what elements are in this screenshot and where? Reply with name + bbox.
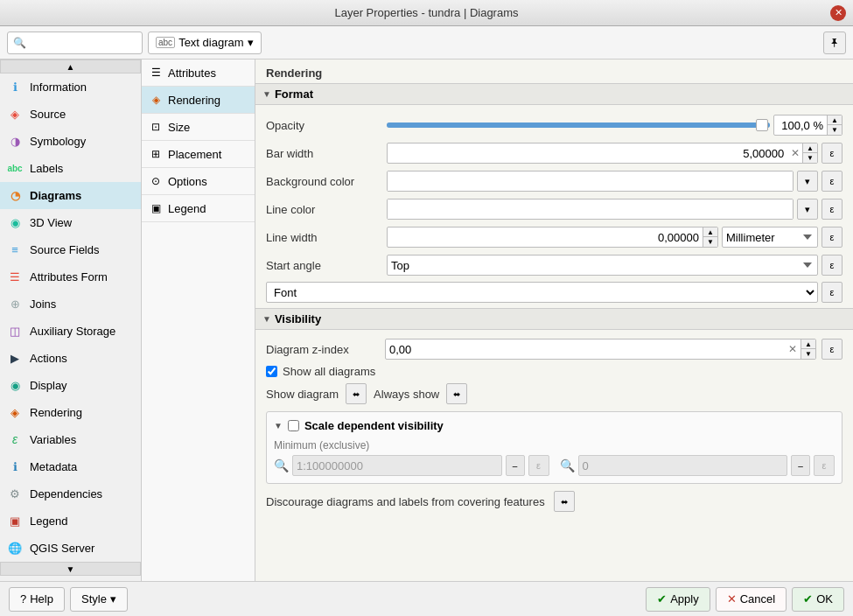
sub-item-size[interactable]: ⊡ Size — [142, 114, 255, 141]
alwaysshow-expr-btn[interactable]: ⬌ — [446, 383, 467, 404]
sidebar-label-auxstorage: Auxiliary Storage — [30, 325, 115, 338]
opacity-spin-down[interactable]: ▼ — [828, 125, 842, 135]
sidebar-label-sourcefields: Source Fields — [30, 243, 99, 256]
diagram-type-label: Text diagram — [178, 36, 243, 49]
startangle-label: Start angle — [266, 259, 380, 272]
help-button[interactable]: ? Help — [9, 587, 65, 612]
sub-item-placement[interactable]: ⊞ Placement — [142, 141, 255, 168]
close-button[interactable]: ✕ — [830, 5, 846, 21]
linewidth-row: Line width ▲ ▼ Millimeter Pixel — [266, 226, 843, 248]
linewidth-spin-up[interactable]: ▲ — [703, 228, 717, 237]
sidebar-item-symbology[interactable]: ◑ Symbology — [0, 128, 141, 155]
apply-label: Apply — [670, 592, 699, 606]
sidebar-scroll-up[interactable]: ▲ — [0, 60, 141, 74]
zindex-clear-btn[interactable]: ✕ — [785, 341, 801, 357]
search-box[interactable]: 🔍 — [7, 32, 143, 54]
showalldiagrams-checkbox[interactable] — [266, 366, 277, 377]
sidebar-item-auxstorage[interactable]: ◫ Auxiliary Storage — [0, 318, 141, 345]
sidebar-item-attrform[interactable]: ☰ Attributes Form — [0, 263, 141, 290]
sidebar-item-information[interactable]: ℹ Information — [0, 74, 141, 101]
showdiagram-expr-btn[interactable]: ⬌ — [346, 383, 367, 404]
opacity-slider-fill — [387, 122, 770, 128]
sub-item-legend[interactable]: ▣ Legend — [142, 195, 255, 222]
sidebar-item-labels[interactable]: abc Labels — [0, 155, 141, 182]
startangle-expr-btn[interactable]: ε — [822, 255, 843, 276]
format-section-header[interactable]: ▼ Format — [255, 83, 853, 105]
barwidth-expr-btn[interactable]: ε — [822, 143, 843, 164]
opacity-slider-track[interactable] — [387, 122, 770, 128]
bgcolor-dropdown-btn[interactable]: ▾ — [797, 171, 818, 192]
opacity-value[interactable] — [774, 117, 827, 134]
sub-item-attributes[interactable]: ☰ Attributes — [142, 60, 255, 87]
format-form: Opacity ▲ ▼ — [255, 110, 853, 280]
discourage-expr-btn[interactable]: ⬌ — [554, 491, 575, 512]
information-icon: ℹ — [7, 79, 23, 94]
scale-header: ▼ Scale dependent visibility — [274, 419, 835, 432]
linewidth-unit-select[interactable]: Millimeter Pixel Point — [722, 227, 818, 248]
zindex-spin-up[interactable]: ▲ — [801, 340, 815, 349]
opacity-label: Opacity — [266, 119, 380, 132]
sidebar-item-qgisserver[interactable]: 🌐 QGIS Server — [0, 535, 141, 562]
sub-item-options[interactable]: ⊙ Options — [142, 168, 255, 195]
stamp-button[interactable]: 🖈 — [823, 32, 846, 54]
search-input[interactable] — [26, 37, 136, 49]
zindex-spin-down[interactable]: ▼ — [801, 349, 815, 359]
barwidth-spin-input[interactable]: ✕ ▲ ▼ — [387, 143, 818, 164]
linecolor-label: Line color — [266, 203, 380, 216]
sidebar-item-source[interactable]: ◈ Source — [0, 101, 141, 128]
sidebar-item-actions[interactable]: ▶ Actions — [0, 345, 141, 372]
sidebar-item-3dview[interactable]: ◉ 3D View — [0, 209, 141, 236]
sourcefields-icon: ≡ — [7, 242, 23, 257]
sidebar-item-metadata[interactable]: ℹ Metadata — [0, 453, 141, 480]
sidebar-label-3dview: 3D View — [30, 216, 72, 229]
sidebar-item-joins[interactable]: ⊕ Joins — [0, 290, 141, 318]
dependencies-icon: ⚙ — [7, 486, 23, 501]
sidebar-item-display[interactable]: ◉ Display — [0, 372, 141, 399]
sidebar-item-sourcefields[interactable]: ≡ Source Fields — [0, 236, 141, 263]
scale-min-minus: – — [506, 455, 525, 476]
linewidth-expr-btn[interactable]: ε — [822, 227, 843, 248]
linecolor-color-input[interactable] — [387, 199, 794, 220]
visibility-section-header[interactable]: ▼ Visibility — [255, 308, 853, 330]
sidebar-item-variables[interactable]: ε Variables — [0, 426, 141, 453]
font-select[interactable]: Font — [266, 282, 818, 303]
font-expr-btn[interactable]: ε — [822, 282, 843, 303]
sub-item-rendering[interactable]: ◈ Rendering — [142, 87, 255, 114]
opacity-spin-input[interactable]: ▲ ▼ — [773, 115, 843, 136]
barwidth-spin-down[interactable]: ▼ — [803, 153, 817, 163]
barwidth-value[interactable] — [388, 145, 787, 162]
sidebar-item-dependencies[interactable]: ⚙ Dependencies — [0, 480, 141, 508]
sidebar-label-information: Information — [30, 80, 87, 94]
main-container: 🔍 abc Text diagram ▾ 🖈 ▲ ℹ Information ◈… — [0, 26, 853, 616]
opacity-control: ▲ ▼ — [387, 115, 843, 136]
sidebar-item-diagrams[interactable]: ◔ Diagrams — [0, 182, 141, 209]
opacity-slider-thumb[interactable] — [756, 119, 768, 131]
startangle-select[interactable]: Top Right Bottom Left — [387, 255, 818, 276]
scaledependent-checkbox[interactable] — [288, 420, 299, 431]
abc-badge: abc — [156, 37, 175, 48]
sidebar-scroll-down[interactable]: ▼ — [0, 562, 141, 576]
sidebar-label-legend: Legend — [30, 514, 67, 528]
sidebar-label-source: Source — [30, 108, 66, 121]
linecolor-expr-btn[interactable]: ε — [822, 199, 843, 220]
linewidth-spin-down[interactable]: ▼ — [703, 237, 717, 247]
cancel-button[interactable]: ✕ Cancel — [716, 587, 787, 612]
sub-label-options: Options — [168, 175, 207, 188]
sidebar-item-legend[interactable]: ▣ Legend — [0, 508, 141, 535]
sidebar-item-rendering[interactable]: ◈ Rendering — [0, 399, 141, 426]
diagram-type-selector[interactable]: abc Text diagram ▾ — [148, 32, 262, 54]
linewidth-value[interactable] — [388, 229, 703, 246]
zindex-input[interactable] — [386, 341, 785, 358]
linecolor-dropdown-btn[interactable]: ▾ — [797, 199, 818, 220]
barwidth-clear-btn[interactable]: ✕ — [787, 145, 802, 161]
apply-button[interactable]: ✔ Apply — [646, 587, 710, 612]
ok-button[interactable]: ✔ OK — [792, 587, 844, 612]
scale-min-label: Minimum (exclusive) — [274, 439, 835, 452]
bgcolor-color-input[interactable] — [387, 171, 794, 192]
style-button[interactable]: Style ▾ — [70, 587, 128, 612]
linewidth-spin-input[interactable]: ▲ ▼ — [387, 227, 718, 248]
zindex-expr-btn[interactable]: ε — [822, 339, 843, 360]
opacity-spin-up[interactable]: ▲ — [828, 116, 842, 125]
barwidth-spin-up[interactable]: ▲ — [803, 144, 817, 153]
bgcolor-expr-btn[interactable]: ε — [822, 171, 843, 192]
